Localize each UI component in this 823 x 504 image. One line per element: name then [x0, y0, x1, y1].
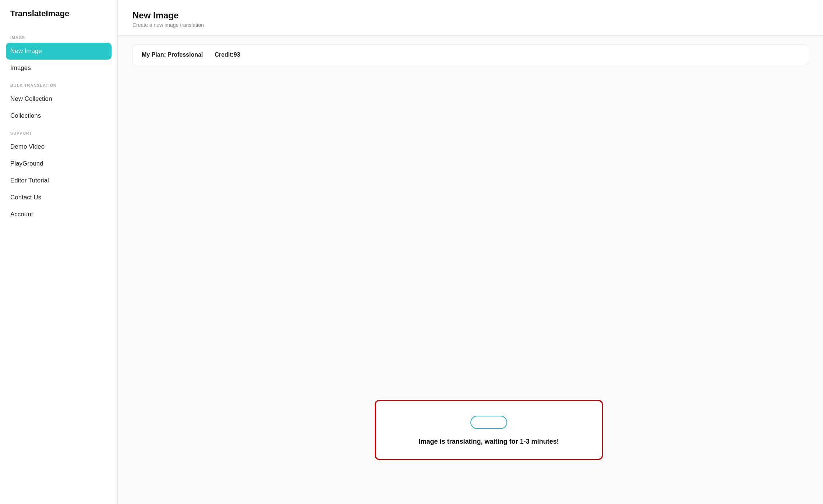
- credit-label: Credit:93: [215, 52, 240, 58]
- sidebar-item-account[interactable]: Account: [0, 206, 117, 223]
- main-content: New Image Create a new image translation…: [118, 0, 823, 504]
- sidebar-item-demo-video[interactable]: Demo Video: [0, 138, 117, 155]
- page-header: New Image Create a new image translation: [118, 0, 823, 36]
- sidebar-item-editor-tutorial[interactable]: Editor Tutorial: [0, 172, 117, 189]
- page-body: Image is translating, waiting for 1-3 mi…: [118, 65, 823, 504]
- sidebar-item-playground[interactable]: PlayGround: [0, 155, 117, 172]
- translating-card: Image is translating, waiting for 1-3 mi…: [375, 400, 603, 460]
- sidebar-item-contact-us[interactable]: Contact Us: [0, 189, 117, 206]
- section-label-image: IMAGE: [0, 29, 117, 43]
- section-label-support: SUPPORT: [0, 124, 117, 138]
- loading-spinner: [470, 416, 507, 429]
- app-logo: TranslateImage: [0, 9, 117, 29]
- section-label-bulk-translation: BULK TRANSLATION: [0, 77, 117, 90]
- plan-bar: My Plan: Professional Credit:93: [133, 45, 808, 65]
- sidebar-item-new-image[interactable]: New Image: [6, 43, 112, 60]
- sidebar-item-collections[interactable]: Collections: [0, 107, 117, 124]
- sidebar: TranslateImage IMAGE New Image Images BU…: [0, 0, 118, 504]
- translating-message: Image is translating, waiting for 1-3 mi…: [418, 438, 559, 446]
- sidebar-item-images[interactable]: Images: [0, 60, 117, 77]
- sidebar-item-new-collection[interactable]: New Collection: [0, 90, 117, 107]
- plan-label: My Plan: Professional: [142, 52, 203, 58]
- page-subtitle: Create a new image translation: [133, 22, 808, 28]
- page-title: New Image: [133, 10, 808, 21]
